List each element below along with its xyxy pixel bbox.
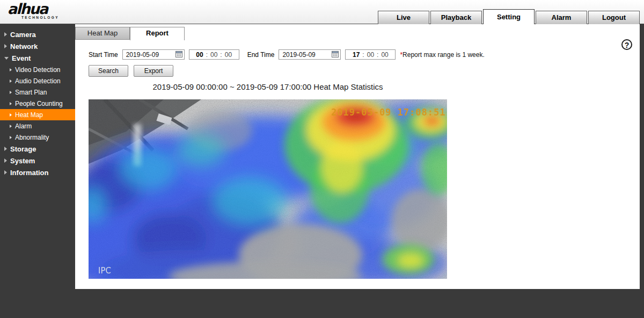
end-hour[interactable]: 17 bbox=[353, 51, 360, 59]
end-date-input[interactable]: 2019-05-09 bbox=[279, 49, 341, 60]
sidebar-item-abnormality[interactable]: Abnormality bbox=[0, 132, 75, 143]
start-minute[interactable]: 00 bbox=[210, 51, 217, 59]
help-button[interactable]: ? bbox=[621, 39, 632, 50]
nav-logout[interactable]: Logout bbox=[588, 11, 640, 25]
start-time-label: Start Time bbox=[89, 51, 118, 59]
dahua-web-ui: alhua TECHNOLOGY Live Playback Setting A… bbox=[0, 0, 644, 318]
tab-report[interactable]: Report bbox=[130, 27, 185, 40]
time-separator: : bbox=[220, 51, 222, 59]
tab-heat-map[interactable]: Heat Map bbox=[75, 27, 130, 40]
sidebar-item-label: Video Detection bbox=[15, 66, 61, 74]
range-note: *Report max range is 1 week. bbox=[400, 51, 484, 59]
sidebar-item-system[interactable]: System bbox=[0, 155, 75, 167]
heat-map-image: 2019-05-09 17:08:51 IPC bbox=[89, 99, 447, 279]
chevron-down-icon bbox=[4, 57, 9, 60]
start-second[interactable]: 00 bbox=[225, 51, 232, 59]
end-second[interactable]: 00 bbox=[381, 51, 388, 59]
chevron-right-icon bbox=[4, 32, 7, 37]
top-nav: Live Playback Setting Alarm Logout bbox=[378, 9, 640, 25]
end-date-value[interactable]: 2019-05-09 bbox=[282, 51, 332, 59]
action-buttons: Search Export bbox=[89, 65, 173, 77]
report-title: 2019-05-09 00:00:00 ~ 2019-05-09 17:00:0… bbox=[89, 82, 447, 91]
sidebar-item-information[interactable]: Information bbox=[0, 167, 75, 178]
sidebar: Camera Network Event Video Detection Aud… bbox=[0, 24, 75, 178]
sidebar-item-heat-map[interactable]: Heat Map bbox=[0, 109, 75, 120]
export-button[interactable]: Export bbox=[134, 65, 173, 77]
calendar-icon[interactable] bbox=[175, 50, 182, 59]
time-range-form: Start Time 2019-05-09 00 : 00 : 00 End T… bbox=[89, 49, 485, 60]
start-hour[interactable]: 00 bbox=[196, 51, 203, 59]
sidebar-item-video-detection[interactable]: Video Detection bbox=[0, 64, 75, 75]
nav-alarm[interactable]: Alarm bbox=[536, 11, 587, 25]
sidebar-item-event[interactable]: Event bbox=[0, 52, 75, 64]
chevron-right-icon bbox=[4, 44, 7, 48]
sidebar-item-storage[interactable]: Storage bbox=[0, 143, 75, 155]
sidebar-item-label: Heat Map bbox=[15, 111, 43, 119]
sidebar-item-label: Information bbox=[10, 169, 49, 177]
nav-setting[interactable]: Setting bbox=[483, 9, 535, 25]
arrow-right-icon bbox=[10, 113, 12, 117]
tab-bar: Heat Map Report bbox=[75, 27, 185, 40]
arrow-right-icon bbox=[10, 102, 12, 105]
sidebar-item-label: Storage bbox=[10, 145, 36, 153]
sidebar-item-label: People Counting bbox=[15, 100, 63, 107]
chevron-right-icon bbox=[4, 147, 7, 151]
dahua-logo: alhua TECHNOLOGY bbox=[8, 2, 59, 19]
arrow-right-icon bbox=[10, 80, 12, 83]
nav-live[interactable]: Live bbox=[378, 11, 429, 25]
start-date-value[interactable]: 2019-05-09 bbox=[126, 51, 175, 59]
heatmap-watermark: IPC bbox=[98, 266, 111, 276]
sidebar-item-camera[interactable]: Camera bbox=[0, 28, 75, 40]
end-minute[interactable]: 00 bbox=[367, 51, 374, 59]
chevron-right-icon bbox=[4, 158, 7, 163]
end-time-input[interactable]: 17 : 00 : 00 bbox=[345, 49, 396, 60]
arrow-right-icon bbox=[10, 91, 12, 94]
arrow-right-icon bbox=[10, 68, 12, 71]
range-note-text: Report max range is 1 week. bbox=[402, 51, 485, 59]
start-time-input[interactable]: 00 : 00 : 00 bbox=[189, 49, 239, 60]
sidebar-item-label: Alarm bbox=[15, 122, 32, 130]
calendar-icon[interactable] bbox=[332, 50, 339, 59]
time-separator: : bbox=[362, 51, 364, 59]
search-button[interactable]: Search bbox=[89, 65, 128, 77]
sidebar-item-label: Camera bbox=[10, 31, 36, 39]
main-panel: Heat Map Report ? Start Time 2019-05-09 … bbox=[75, 24, 640, 289]
time-separator: : bbox=[206, 51, 208, 59]
sidebar-item-label: System bbox=[10, 157, 35, 165]
chevron-right-icon bbox=[4, 170, 7, 175]
logo-text: alhua bbox=[8, 2, 59, 17]
sidebar-item-audio-detection[interactable]: Audio Detection bbox=[0, 75, 75, 86]
sidebar-item-label: Smart Plan bbox=[15, 89, 47, 96]
sidebar-item-label: Event bbox=[12, 54, 31, 62]
end-time-label: End Time bbox=[247, 51, 275, 59]
sidebar-item-label: Abnormality bbox=[15, 134, 49, 141]
arrow-right-icon bbox=[10, 125, 12, 128]
time-separator: : bbox=[377, 51, 378, 59]
sidebar-item-label: Audio Detection bbox=[15, 77, 61, 85]
heatmap-timestamp-overlay: 2019-05-09 17:08:51 bbox=[331, 107, 445, 118]
arrow-right-icon bbox=[10, 136, 12, 139]
top-bar: alhua TECHNOLOGY Live Playback Setting A… bbox=[0, 0, 644, 24]
sidebar-item-network[interactable]: Network bbox=[0, 40, 75, 52]
sidebar-item-alarm[interactable]: Alarm bbox=[0, 120, 75, 132]
nav-playback[interactable]: Playback bbox=[430, 11, 482, 25]
sidebar-item-label: Network bbox=[10, 42, 38, 50]
start-date-input[interactable]: 2019-05-09 bbox=[122, 49, 185, 60]
sidebar-item-people-counting[interactable]: People Counting bbox=[0, 98, 75, 109]
sidebar-item-smart-plan[interactable]: Smart Plan bbox=[0, 86, 75, 98]
